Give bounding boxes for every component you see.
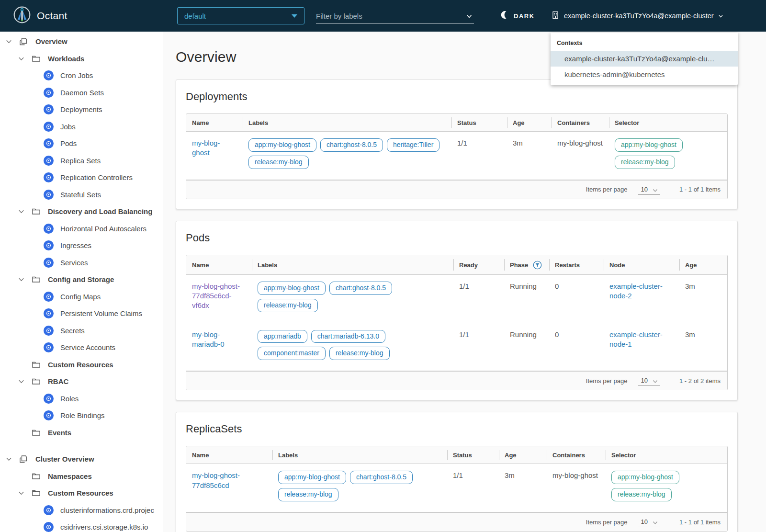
label-tag: app:mariadb (258, 330, 307, 343)
dark-mode-label: DARK (514, 12, 535, 20)
column-header-containers: Containers (547, 446, 606, 464)
resource-link[interactable]: my-blog-mariadb-0 (192, 330, 225, 348)
cell-containers: my-blog-ghost (552, 132, 609, 180)
sidebar-item-services[interactable]: Services (0, 254, 163, 272)
cron-jobs-icon (43, 70, 54, 80)
context-option[interactable]: example-cluster-ka3TuTzYo4a@example-clu… (551, 51, 738, 67)
sidebar-item-rbac[interactable]: RBAC (0, 373, 163, 390)
sidebar-item-custom-resources[interactable]: Custom Resources (0, 356, 163, 374)
sidebar-item-config-maps[interactable]: Config Maps (0, 288, 163, 306)
sidebar-item-label: Role Bindings (60, 411, 105, 419)
sidebar-item-pods[interactable]: Pods (0, 135, 163, 152)
namespace-value: default (184, 12, 206, 20)
sidebar-item-namespaces[interactable]: Namespaces (0, 468, 163, 485)
items-per-page-value: 10 (641, 377, 648, 384)
sidebar-item-label: Roles (60, 395, 79, 403)
sidebar-item-events[interactable]: Events (0, 424, 163, 441)
sidebar-item-cluster-overview[interactable]: Cluster Overview (0, 451, 163, 468)
items-per-page-value: 10 (641, 186, 648, 193)
chevron-down-icon[interactable] (17, 208, 25, 215)
sidebar-item-jobs[interactable]: Jobs (0, 118, 163, 136)
resource-link[interactable]: my-blog-ghost-77df85c6cd (192, 471, 240, 489)
cell-name: my-blog-ghost-77df85c6cd-vf6dx (186, 275, 252, 323)
sidebar-item-custom-resources[interactable]: Custom Resources (0, 485, 163, 502)
column-header-ready: Ready (453, 255, 504, 274)
cell-name: my-blog-mariadb-0 (186, 323, 252, 371)
sidebar-item-horizontal-pod-autoscalers[interactable]: Horizontal Pod Autoscalers (0, 220, 163, 238)
sidebar-item-label: clusterinformations.crd.projec (60, 506, 154, 514)
label-tag: app:my-blog-ghost (615, 138, 683, 152)
applications-icon (18, 454, 29, 464)
column-header-label: Containers (557, 119, 590, 126)
chevron-down-icon[interactable] (5, 455, 12, 463)
pagination: Items per page101 - 1 of 1 items (186, 180, 727, 199)
sidebar-item-replica-sets[interactable]: Replica Sets (0, 152, 163, 170)
chevron-down-icon[interactable] (17, 489, 25, 497)
column-header-name: Name (186, 114, 243, 131)
cell-phase: Running (504, 275, 549, 323)
items-per-page-select[interactable]: 10 (638, 517, 660, 527)
folder-icon (31, 488, 41, 498)
table-row: my-blog-ghost-77df85c6cd-vf6dxapp:my-blo… (186, 275, 727, 323)
context-selector[interactable]: example-cluster-ka3TuTzYo4a@example-clus… (552, 0, 723, 32)
column-header-label: Selector (615, 119, 639, 126)
sidebar-item-cron-jobs[interactable]: Cron Jobs (0, 67, 163, 84)
brand-link[interactable]: Octant (13, 0, 68, 32)
cell-labels: app:my-blog-ghostchart:ghost-8.0.5herita… (243, 132, 451, 180)
sidebar-item-config-and-storage[interactable]: Config and Storage (0, 271, 163, 288)
sidebar-item-clusterinformations-crd-projec[interactable]: clusterinformations.crd.projec (0, 502, 163, 519)
cell-age: 3m (499, 464, 547, 512)
chevron-down-icon[interactable] (465, 12, 473, 22)
sidebar-item-ingresses[interactable]: Ingresses (0, 237, 163, 254)
cell-status: 1/1 (447, 464, 499, 512)
items-per-page-select[interactable]: 10 (638, 375, 660, 386)
sidebar-item-daemon-sets[interactable]: Daemon Sets (0, 84, 163, 102)
card-title: Pods (186, 232, 728, 244)
resource-link[interactable]: example-cluster-node-2 (609, 282, 663, 300)
column-header-status: Status (447, 446, 499, 464)
sidebar-item-replication-controllers[interactable]: Replication Controllers (0, 169, 163, 186)
chevron-down-icon[interactable] (17, 276, 25, 283)
sidebar-item-overview[interactable]: Overview (0, 33, 163, 50)
namespace-select[interactable]: default (177, 7, 304, 24)
resource-link[interactable]: my-blog-ghost (192, 139, 220, 157)
cell-labels: app:mariadbchart:mariadb-6.13.0component… (252, 323, 453, 371)
label-tag: app:my-blog-ghost (258, 282, 326, 295)
octant-logo-icon (13, 6, 31, 25)
resource-link[interactable]: my-blog-ghost-77df85c6cd-vf6dx (192, 282, 240, 310)
table-row: my-blog-ghost-77df85c6cdapp:my-blog-ghos… (186, 464, 727, 512)
column-header-label: Name (192, 261, 209, 269)
cell-labels: app:my-blog-ghostchart:ghost-8.0.5releas… (252, 275, 453, 323)
items-per-page-select[interactable]: 10 (638, 184, 660, 195)
cell-ready: 1/1 (453, 323, 504, 371)
replica-sets-icon (43, 156, 54, 166)
sidebar-item-csidrivers-csi-storage-k8s-io[interactable]: csidrivers.csi.storage.k8s.io (0, 519, 163, 532)
context-option[interactable]: kubernetes-admin@kubernetes (551, 67, 738, 82)
resource-link[interactable]: example-cluster-node-1 (609, 330, 663, 348)
sidebar-item-role-bindings[interactable]: Role Bindings (0, 407, 163, 424)
sidebar-item-label: Pods (60, 139, 77, 147)
cell-selector: app:my-blog-ghostrelease:my-blog (606, 464, 727, 512)
sidebar-item-roles[interactable]: Roles (0, 390, 163, 407)
service-accounts-icon (43, 342, 54, 352)
sidebar-item-discovery-and-load-balancing[interactable]: Discovery and Load Balancing (0, 203, 163, 220)
sidebar-item-workloads[interactable]: Workloads (0, 50, 163, 68)
sidebar-item-deployments[interactable]: Deployments (0, 101, 163, 118)
stateful-sets-icon (43, 190, 54, 200)
sidebar-item-persistent-volume-claims[interactable]: Persistent Volume Claims (0, 305, 163, 322)
filter-icon[interactable] (533, 260, 542, 270)
chevron-down-icon[interactable] (17, 55, 25, 62)
contexts-dropdown-title: Contexts (551, 33, 738, 51)
dark-mode-toggle[interactable]: DARK (501, 0, 535, 32)
sidebar-item-service-accounts[interactable]: Service Accounts (0, 339, 163, 356)
sidebar-item-secrets[interactable]: Secrets (0, 322, 163, 340)
sidebar-item-label: Cluster Overview (35, 455, 94, 463)
cluster-icon (552, 11, 560, 21)
sidebar-item-stateful-sets[interactable]: Stateful Sets (0, 186, 163, 204)
brand-name: Octant (37, 10, 68, 22)
chevron-down-icon[interactable] (5, 38, 12, 45)
sidebar-item-label: Ingresses (60, 241, 91, 249)
label-filter-input[interactable] (316, 10, 474, 22)
column-header-label: Labels (258, 261, 277, 269)
chevron-down-icon[interactable] (17, 378, 25, 385)
